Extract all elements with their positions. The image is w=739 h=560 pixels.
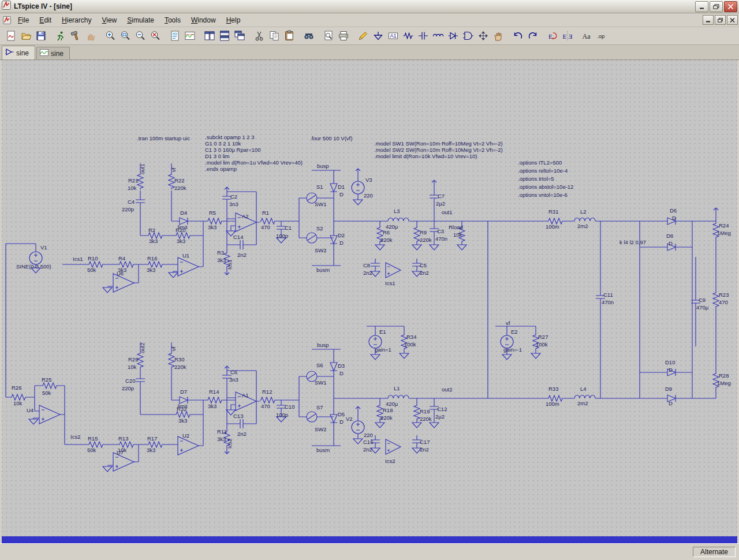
- schematic-canvas[interactable]: R2110kR22220kC4220pD4.limitR23k3R203k3R5…: [2, 60, 737, 543]
- component-label[interactable]: C16: [363, 439, 373, 445]
- component-label[interactable]: busp: [317, 342, 329, 348]
- component-label[interactable]: 470n: [435, 236, 447, 242]
- component-label[interactable]: R33: [548, 386, 558, 392]
- toolbar-waveform-button[interactable]: [182, 29, 197, 43]
- component-label[interactable]: S1: [316, 184, 323, 190]
- component-label[interactable]: V3: [365, 177, 372, 183]
- component-label[interactable]: 3n3: [229, 201, 238, 207]
- component-label[interactable]: R4: [118, 255, 125, 262]
- component-label[interactable]: U4: [27, 407, 33, 413]
- component-label[interactable]: 1Meg: [717, 230, 731, 236]
- component-label[interactable]: 3k3: [147, 267, 155, 273]
- component-label[interactable]: 3k3: [147, 447, 155, 453]
- component-label[interactable]: R17: [147, 435, 157, 442]
- menu-item-edit[interactable]: Edit: [34, 14, 57, 26]
- component-label[interactable]: D2: [338, 232, 345, 238]
- component-label[interactable]: out2: [139, 343, 145, 354]
- toolbar-text-button[interactable]: Aa: [580, 29, 594, 43]
- component-label[interactable]: Ics1: [385, 280, 395, 286]
- component-label[interactable]: Ics1: [73, 256, 83, 262]
- component-label[interactable]: 3k3: [149, 238, 158, 244]
- component-label[interactable]: busp: [317, 163, 329, 169]
- toolbar-find-button[interactable]: [301, 29, 316, 43]
- toolbar-print-preview-button[interactable]: [321, 29, 335, 43]
- spice-directive-text[interactable]: .options reltol=10e-4: [518, 167, 568, 174]
- toolbar-tile-vertical-button[interactable]: [202, 29, 217, 43]
- component-label[interactable]: C3: [437, 228, 444, 234]
- component-label[interactable]: 470: [261, 224, 270, 230]
- component-label[interactable]: D: [672, 215, 676, 221]
- component-label[interactable]: SW1: [315, 379, 327, 386]
- toolbar-zoom-in-button[interactable]: [103, 29, 117, 43]
- component-label[interactable]: SW2: [315, 247, 327, 253]
- spice-directive-text[interactable]: .model limit d(Ron=10k Vfwd=10 Vrev=10): [374, 153, 477, 159]
- component-label[interactable]: 220k: [420, 237, 432, 243]
- toolbar-open-button[interactable]: [18, 29, 33, 43]
- component-label[interactable]: C2: [230, 193, 237, 200]
- component-label[interactable]: 10k: [128, 364, 137, 370]
- spice-directive-text[interactable]: .options abstol=10e-12: [518, 184, 573, 190]
- spice-directive-text[interactable]: .model lim d(Ron=1u Vfwd=40 Vrev=40): [205, 159, 303, 166]
- component-label[interactable]: 470μ: [696, 304, 708, 311]
- component-label[interactable]: D: [339, 370, 344, 376]
- component-label[interactable]: R16: [147, 255, 157, 262]
- menu-item-view[interactable]: View: [96, 14, 122, 26]
- component-label[interactable]: 2m2: [577, 223, 588, 229]
- child-close-button[interactable]: [727, 15, 738, 25]
- component-label[interactable]: 3k3: [217, 436, 226, 442]
- component-label[interactable]: L3: [394, 208, 400, 214]
- component-label[interactable]: D9: [665, 386, 672, 392]
- component-label[interactable]: gain=1: [375, 346, 391, 353]
- component-label[interactable]: 220k: [174, 185, 186, 191]
- close-button[interactable]: [724, 1, 737, 12]
- component-label[interactable]: R30: [174, 356, 184, 363]
- component-label[interactable]: 10k: [453, 232, 462, 238]
- component-label[interactable]: D8: [666, 233, 673, 239]
- component-label[interactable]: out2: [442, 386, 453, 393]
- component-label[interactable]: 220p: [122, 385, 134, 391]
- component-label[interactable]: R22: [174, 177, 184, 184]
- component-label[interactable]: 1Meg: [717, 380, 731, 386]
- component-label[interactable]: R12: [262, 389, 272, 395]
- schematic-area[interactable]: R2110kR22220kC4220pD4.limitR23k3R203k3R5…: [2, 60, 737, 543]
- spice-directive-text[interactable]: k l4 l2 0,97: [619, 239, 646, 245]
- component-label[interactable]: R14: [209, 389, 219, 395]
- component-label[interactable]: 100k: [536, 341, 548, 348]
- component-label[interactable]: SW1: [315, 201, 327, 207]
- component-label[interactable]: busm: [316, 447, 330, 453]
- component-label[interactable]: D: [339, 419, 344, 425]
- toolbar-draw-wire-button[interactable]: [356, 29, 370, 43]
- component-label[interactable]: R10: [88, 255, 98, 262]
- component-label[interactable]: 100m: [546, 401, 559, 407]
- toolbar-rotate-button[interactable]: E: [545, 29, 559, 43]
- toolbar-inductor-button[interactable]: [431, 29, 445, 43]
- component-label[interactable]: L2: [580, 208, 587, 215]
- component-label[interactable]: R31: [548, 208, 558, 215]
- toolbar-zoom-out-button[interactable]: [133, 29, 147, 43]
- spice-directive-text[interactable]: .options trtol=5: [518, 176, 554, 182]
- toolbar-pan-button[interactable]: [83, 29, 98, 43]
- child-minimize-button[interactable]: [703, 15, 714, 25]
- component-label[interactable]: D10: [665, 359, 675, 365]
- spice-directive-text[interactable]: .subckt opamp 1 2 3: [205, 134, 255, 140]
- component-label[interactable]: C6: [230, 369, 237, 375]
- component-label[interactable]: L4: [580, 386, 587, 392]
- component-label[interactable]: S6: [316, 362, 323, 368]
- toolbar-new-schematic-button[interactable]: [3, 29, 18, 43]
- component-label[interactable]: R18: [383, 407, 393, 413]
- component-label[interactable]: 220k: [380, 237, 393, 243]
- component-label[interactable]: 50k: [87, 447, 96, 453]
- component-label[interactable]: D6: [670, 207, 677, 214]
- component-label[interactable]: R32: [177, 406, 186, 412]
- component-label[interactable]: 3n3: [229, 376, 238, 383]
- component-label[interactable]: Ics2: [385, 458, 395, 464]
- spice-directive-text[interactable]: C1 3 0 160μ Rpar=100: [205, 147, 261, 153]
- component-label[interactable]: R26: [12, 384, 21, 391]
- component-label[interactable]: SINE(0-3 500): [16, 263, 51, 270]
- spice-directive-text[interactable]: .model SW1 SW(Ron=10m Roff=10Meg Vt=2 Vh…: [374, 140, 503, 147]
- component-label[interactable]: SW2: [315, 426, 327, 432]
- component-label[interactable]: C4: [128, 199, 135, 205]
- component-label[interactable]: U7: [117, 449, 124, 456]
- spice-directive-text[interactable]: D1 3 0 lim: [205, 153, 230, 159]
- toolbar-undo-button[interactable]: [510, 29, 525, 43]
